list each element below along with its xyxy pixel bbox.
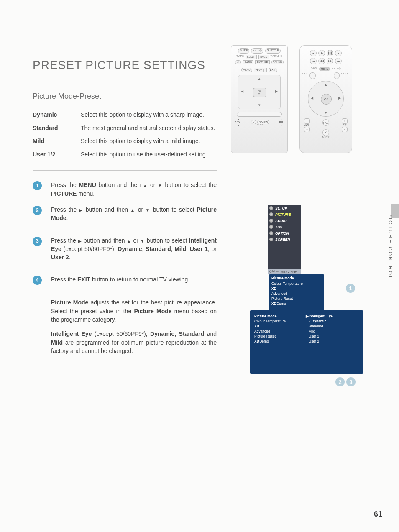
callout-badge: 2: [335, 377, 345, 386]
osd-option: Intelligent Eye: [309, 314, 359, 319]
remote-button: SOUND: [271, 60, 284, 64]
osd-submenu-item: [271, 286, 322, 291]
dotted-divider: [51, 292, 217, 292]
osd-footer-hints: ◇ Move MENU Prev.: [268, 269, 301, 274]
prev-track-icon: ⏮: [310, 58, 317, 64]
preset-term: User 1/2: [33, 151, 81, 159]
manual-page: PRESET PICTURE SETTINGS Picture Mode-Pre…: [0, 0, 399, 532]
preset-desc: Select this option to display with a mil…: [81, 137, 217, 146]
remote-label: PR: [342, 124, 348, 127]
osd-item: Demo: [254, 339, 309, 344]
remote-mute-button: ✕: [322, 129, 329, 136]
osd-item-selected: Picture Mode▶: [254, 314, 309, 319]
osd-option: User 2: [309, 339, 359, 344]
osd-menu-item: OPTION: [268, 230, 301, 236]
step-number-badge: 4: [33, 276, 42, 285]
preset-term: Dynamic: [33, 111, 81, 119]
preset-definitions: Dynamic Select this option to display wi…: [33, 111, 217, 159]
left-arrow-icon: ◀: [311, 96, 313, 100]
main-column: PRESET PICTURE SETTINGS Picture Mode-Pre…: [33, 59, 217, 377]
pause-icon: ❚❚: [327, 50, 333, 56]
step-text: Press the EXIT button to return to norma…: [51, 275, 217, 284]
down-arrow-icon: [141, 237, 145, 244]
remote-label: TV/RADIO: [271, 55, 282, 59]
step-text: Press the button and then or button to s…: [51, 205, 217, 223]
osd-menu-item-selected: PICTURE: [268, 211, 301, 217]
remote-vol-pr-row: ▲VOL▼ ✕ Q.VIEW MUTE ▲PR▼: [234, 118, 285, 127]
section-subtitle: Picture Mode-Preset: [33, 92, 217, 101]
preset-term: Mild: [33, 137, 81, 146]
osd-submenu-header: Picture Mode: [271, 276, 322, 280]
osd-main-menu: SETUP PICTURE AUDIO TIME OPTION SCREEN ◇…: [268, 205, 301, 274]
osd-item: Advanced: [254, 329, 309, 334]
remote-button: BACK: [258, 55, 269, 59]
remote-button: MENU: [319, 67, 330, 71]
down-arrow-icon: [146, 206, 151, 213]
down-arrow-icon: ▼: [258, 103, 261, 107]
remote-button: SLEEP: [246, 55, 257, 59]
step-text: Press the MENU button and then or button…: [51, 181, 217, 198]
remote-button: GUIDE: [238, 48, 249, 54]
remote-button: EXIT: [269, 68, 277, 72]
osd-item: Colour Temperature: [254, 319, 309, 324]
dotted-divider: [51, 230, 217, 230]
divider: [33, 367, 217, 367]
preset-desc: The most general and natural screen disp…: [81, 124, 217, 133]
xd-icon: [271, 286, 276, 291]
up-arrow-icon: [127, 237, 131, 244]
remote-button: FAV: [322, 119, 329, 126]
remote-button: MENU: [241, 68, 252, 72]
remote-label: EXIT: [302, 72, 308, 79]
remote-button: TEXT ⋮: [254, 68, 267, 72]
down-arrow-icon: ▼: [324, 111, 327, 115]
remote-button: RATIO: [243, 60, 253, 64]
next-track-icon: ⏭: [335, 58, 342, 64]
remote-vol-pr-row: ＋VOL－ FAV ✕ MUTE ＋PR－: [302, 118, 349, 138]
osd-item: [254, 324, 309, 329]
section-side-label: PICTURE CONTROL: [387, 213, 393, 280]
remote-button: SUBTITLE: [265, 48, 281, 54]
osd-item: Picture Reset: [254, 334, 309, 339]
page-title: PRESET PICTURE SETTINGS: [33, 59, 217, 72]
remote-ok-button: OK: [321, 94, 332, 105]
remote-button: [334, 72, 340, 79]
remote-ok-ring: ▲ ▼ ◀ ▶ OK: [308, 81, 344, 117]
preset-row: User 1/2 Select this option to use the u…: [33, 151, 217, 159]
remote-label: INFO ⓘ: [332, 67, 341, 71]
remote-label: VOL: [235, 121, 241, 124]
xd-icon: [254, 324, 258, 328]
dotted-divider: [51, 269, 217, 269]
record-icon: ●: [335, 50, 342, 56]
left-arrow-icon: ◀: [241, 90, 243, 93]
note-text: Intelligent Eye (except 50/60PF9*), Dyna…: [51, 330, 217, 355]
preset-term: Standard: [33, 124, 81, 133]
osd-menu-item: SCREEN: [268, 236, 301, 243]
step-number-badge: 3: [33, 237, 42, 246]
note-text: Picture Mode adjusts the set for the bes…: [51, 298, 217, 324]
preset-row: Mild Select this option to display with …: [33, 137, 217, 146]
right-arrow-icon: ▶: [275, 90, 278, 93]
preset-desc: Select this option to use the user-defin…: [81, 151, 217, 159]
osd-submenu-item: Picture Reset: [271, 296, 322, 301]
osd-menu-item: AUDIO: [268, 217, 301, 224]
osd-option: Standard: [309, 324, 359, 329]
osd-left-column: Picture Mode▶ Colour Temperature Advance…: [254, 314, 309, 344]
remote-label: BACK: [311, 67, 317, 71]
xd-icon: [271, 302, 276, 306]
preset-desc: Select this option to display with a sha…: [81, 111, 217, 119]
step: 3 Press the button and then or button to…: [33, 236, 217, 262]
callout-badge: 1: [346, 284, 355, 293]
osd-option: Mild: [309, 329, 359, 334]
osd-option-checked: Dynamic: [309, 319, 359, 324]
osd-option: User 1: [309, 334, 359, 339]
xd-icon: [254, 339, 258, 343]
remote-ok-pad: ▲ ▼ ◀ ▶ OK⊙: [238, 75, 281, 109]
callout-badges: 2 3: [335, 377, 356, 386]
osd-menu-item: SETUP: [268, 205, 301, 211]
right-arrow-icon: ▶: [338, 96, 341, 100]
osd-submenu-item: Demo: [271, 301, 322, 306]
preset-row: Dynamic Select this option to display wi…: [33, 111, 217, 119]
remote-label: VOL: [304, 124, 310, 127]
osd-right-column: Intelligent Eye Dynamic Standard Mild Us…: [309, 314, 359, 344]
play-icon: ▶: [318, 50, 325, 56]
